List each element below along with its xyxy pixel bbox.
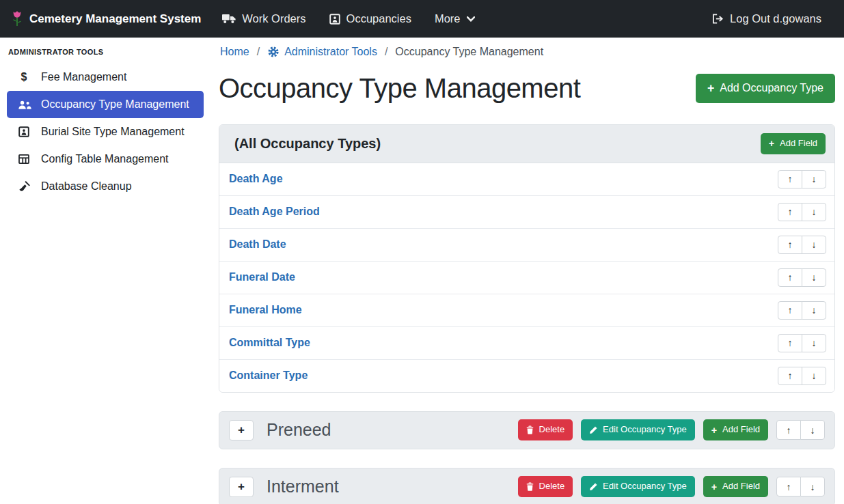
move-up-button[interactable]: ↑	[778, 268, 802, 287]
add-field-button[interactable]: + Add Field	[761, 133, 826, 154]
sidebar-item-label: Occupancy Type Management	[41, 98, 189, 111]
arrow-down-icon: ↓	[811, 481, 815, 492]
trash-icon	[526, 425, 534, 434]
nav-occupancies-label: Occupancies	[346, 12, 411, 25]
move-down-button[interactable]: ↓	[802, 203, 826, 221]
move-down-button[interactable]: ↓	[802, 170, 826, 188]
move-button-group: ↑ ↓	[778, 301, 826, 320]
sidebar-item-database-cleanup[interactable]: Database Cleanup	[7, 173, 204, 200]
move-up-button[interactable]: ↑	[778, 334, 802, 352]
section-title: Preneed	[267, 420, 331, 440]
add-field-label: Add Field	[722, 425, 760, 435]
move-button-group: ↑ ↓	[778, 236, 826, 254]
move-up-button[interactable]: ↑	[776, 477, 801, 496]
arrow-up-icon: ↑	[788, 370, 793, 381]
nav-occupancies[interactable]: Occupancies	[318, 12, 423, 25]
field-row: Committal Type ↑ ↓	[219, 326, 834, 359]
app-brand[interactable]: Cemetery Management System	[11, 10, 201, 28]
table-icon	[16, 154, 32, 164]
sidebar-item-fee-management[interactable]: $ Fee Management	[7, 64, 204, 91]
sidebar-item-occupancy-type-management[interactable]: Occupancy Type Management	[7, 91, 204, 118]
sidebar-heading: ADMINISTRATOR TOOLS	[0, 39, 210, 64]
breadcrumb: Home / Administrator Tools / Occupancy T…	[219, 44, 835, 59]
add-field-button[interactable]: + Add Field	[703, 419, 768, 440]
move-up-button[interactable]: ↑	[778, 203, 802, 221]
arrow-down-icon: ↓	[812, 370, 817, 381]
add-field-button[interactable]: + Add Field	[703, 476, 768, 497]
trash-icon	[526, 482, 534, 491]
field-row: Death Date ↑ ↓	[219, 228, 834, 261]
nav-more-label: More	[435, 12, 461, 25]
sidebar-item-label: Fee Management	[41, 71, 126, 83]
nav-work-orders-label: Work Orders	[242, 12, 305, 25]
field-row: Funeral Home ↑ ↓	[219, 294, 834, 326]
pencil-icon	[589, 483, 597, 491]
section-preneed: + Preneed Delete	[219, 411, 835, 449]
card-title: (All Occupancy Types)	[234, 135, 381, 152]
sidebar-item-label: Burial Site Type Management	[41, 126, 185, 138]
move-down-button[interactable]: ↓	[802, 334, 826, 352]
section-actions: Delete Edit Occupancy Type + Add Field	[518, 476, 825, 497]
edit-occupancy-type-label: Edit Occupancy Type	[603, 425, 687, 435]
delete-button[interactable]: Delete	[518, 419, 573, 440]
add-occupancy-type-button[interactable]: + Add Occupancy Type	[696, 74, 835, 102]
move-up-button[interactable]: ↑	[778, 301, 802, 320]
plus-icon: +	[238, 480, 245, 494]
arrow-down-icon: ↓	[811, 425, 815, 436]
edit-occupancy-type-button[interactable]: Edit Occupancy Type	[581, 419, 695, 440]
field-link-container-type[interactable]: Container Type	[229, 369, 308, 382]
field-link-death-age[interactable]: Death Age	[229, 173, 283, 185]
chevron-down-icon	[467, 16, 475, 22]
move-down-button[interactable]: ↓	[800, 420, 825, 440]
expand-section-button[interactable]: +	[229, 477, 254, 497]
move-button-group: ↑ ↓	[776, 477, 825, 496]
page-layout: ADMINISTRATOR TOOLS $ Fee Management Occ…	[0, 38, 844, 504]
move-up-button[interactable]: ↑	[778, 170, 802, 188]
arrow-up-icon: ↑	[788, 305, 793, 316]
breadcrumb-admin-tools-label: Administrator Tools	[284, 46, 377, 58]
tulip-logo-icon	[11, 10, 23, 28]
sidebar-item-burial-site-type-management[interactable]: Burial Site Type Management	[7, 118, 204, 145]
delete-button[interactable]: Delete	[518, 476, 573, 497]
expand-section-button[interactable]: +	[229, 420, 254, 440]
person-booth-icon	[329, 14, 340, 25]
users-icon	[16, 100, 32, 110]
sidebar-item-config-table-management[interactable]: Config Table Management	[7, 145, 204, 173]
field-link-funeral-home[interactable]: Funeral Home	[229, 304, 302, 316]
field-link-death-date[interactable]: Death Date	[229, 238, 286, 251]
move-down-button[interactable]: ↓	[802, 236, 826, 254]
breadcrumb-home[interactable]: Home	[220, 46, 249, 58]
all-occupancy-types-header: (All Occupancy Types) + Add Field	[219, 125, 834, 163]
move-up-button[interactable]: ↑	[776, 420, 801, 440]
logout-label: Log Out d.gowans	[730, 12, 821, 25]
sidebar-item-label: Config Table Management	[41, 153, 169, 165]
arrow-up-icon: ↑	[788, 272, 793, 283]
field-link-committal-type[interactable]: Committal Type	[229, 337, 310, 349]
move-down-button[interactable]: ↓	[802, 301, 826, 320]
sidebar-item-label: Database Cleanup	[41, 180, 132, 193]
move-down-button[interactable]: ↓	[802, 367, 826, 385]
arrow-up-icon: ↑	[788, 173, 793, 184]
nav-more[interactable]: More	[423, 12, 487, 25]
field-link-death-age-period[interactable]: Death Age Period	[229, 206, 320, 218]
move-button-group: ↑ ↓	[778, 268, 826, 287]
field-link-funeral-date[interactable]: Funeral Date	[229, 271, 295, 283]
arrow-down-icon: ↓	[812, 337, 817, 348]
arrow-up-icon: ↑	[787, 481, 791, 492]
nav-work-orders[interactable]: Work Orders	[210, 12, 317, 25]
top-navbar: Cemetery Management System Work Orders	[0, 0, 844, 38]
logout-link[interactable]: Log Out d.gowans	[700, 12, 833, 25]
move-up-button[interactable]: ↑	[778, 236, 802, 254]
arrow-down-icon: ↓	[812, 305, 817, 316]
edit-occupancy-type-label: Edit Occupancy Type	[603, 481, 687, 492]
breadcrumb-admin-tools[interactable]: Administrator Tools	[267, 46, 377, 58]
edit-occupancy-type-button[interactable]: Edit Occupancy Type	[581, 476, 695, 497]
section-title: Interment	[267, 477, 339, 496]
field-row: Funeral Date ↑ ↓	[219, 261, 834, 294]
pencil-icon	[589, 426, 597, 434]
move-down-button[interactable]: ↓	[800, 477, 825, 496]
plus-icon: +	[238, 423, 245, 437]
move-down-button[interactable]: ↓	[802, 268, 826, 287]
plus-icon: +	[711, 482, 717, 492]
move-up-button[interactable]: ↑	[778, 367, 802, 385]
